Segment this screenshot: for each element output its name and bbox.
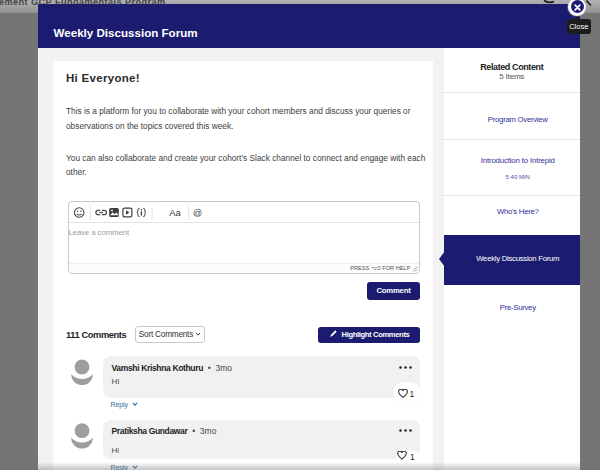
svg-text:Aa: Aa [169, 207, 181, 218]
svg-text:@: @ [193, 208, 202, 218]
